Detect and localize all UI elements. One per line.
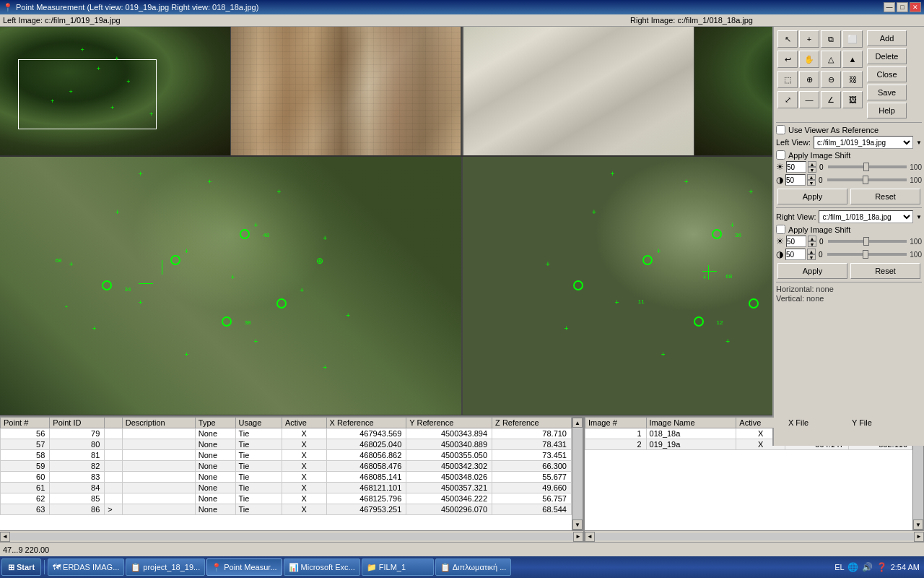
apply-right-button[interactable]: Apply <box>777 263 847 279</box>
table-row[interactable]: 60 83 None Tie X 468085.141 4500348.026 … <box>1 472 572 483</box>
brightness-left-slider[interactable] <box>828 165 907 168</box>
frame2-btn[interactable]: ⬚ <box>777 71 798 88</box>
scroll-up[interactable]: ▲ <box>572 418 583 428</box>
right-view-select[interactable]: c:/film_1/018_18a.jpg <box>819 210 913 223</box>
ruler-btn[interactable]: — <box>799 91 819 108</box>
table-row[interactable]: 61 84 None Tie X 468121.101 4500357.321 … <box>1 483 572 493</box>
erdas-icon: 🗺 <box>53 563 61 571</box>
cell-flag <box>105 439 122 450</box>
help-button[interactable]: Help <box>867 103 907 118</box>
contrast-right-slider[interactable] <box>827 253 907 256</box>
scroll-right[interactable]: ► <box>573 532 583 542</box>
sep-3 <box>776 282 922 282</box>
mr-5: + <box>731 221 735 229</box>
left-view-select[interactable]: c:/film_1/019_19a.jpg <box>814 136 913 149</box>
table-row[interactable]: 58 81 None Tie X 468056.862 4500355.050 … <box>1 450 572 461</box>
reset-right-button[interactable]: Reset <box>850 263 920 279</box>
add-button[interactable]: Add <box>867 30 907 46</box>
crosshair-btn[interactable]: + <box>799 30 819 48</box>
scroll-left[interactable]: ◄ <box>0 532 10 542</box>
maximize-button[interactable]: □ <box>897 2 908 12</box>
move-btn[interactable]: ⤢ <box>777 91 798 108</box>
table-row[interactable]: 57 80 None Tie X 468025.040 4500340.889 … <box>1 439 572 450</box>
taskbar-point-meas[interactable]: 📍 Point Measur... <box>206 558 282 576</box>
cell-desc <box>122 439 195 450</box>
save-button[interactable]: Save <box>867 85 907 100</box>
r-scroll-left[interactable]: ◄ <box>585 532 595 542</box>
brightness-right-slider[interactable] <box>828 240 907 243</box>
apply-left-button[interactable]: Apply <box>777 189 847 204</box>
apply-shift-right-row: Apply Image Shift <box>776 225 922 234</box>
frame-btn[interactable]: ⬜ <box>842 30 863 48</box>
undo-btn[interactable]: ↩ <box>777 51 798 68</box>
apply-shift-left-checkbox[interactable] <box>776 150 785 160</box>
close-button[interactable]: ✕ <box>910 2 921 12</box>
left-table-scrollbar-v[interactable]: ▲ ▼ <box>572 417 583 530</box>
contrast-r-down[interactable]: ▼ <box>807 254 816 260</box>
close-button-action[interactable]: Close <box>867 66 907 82</box>
cell-type: None <box>195 504 235 515</box>
zoom-in-btn[interactable]: ⊕ <box>799 71 819 88</box>
table-row[interactable]: 59 82 None Tie X 468058.476 4500342.302 … <box>1 461 572 472</box>
table-row[interactable]: 56 79 None Tie X 467943.569 4500343.894 … <box>1 428 572 439</box>
col-image-name: Image Name <box>646 418 736 428</box>
apply-shift-right-checkbox[interactable] <box>776 225 785 234</box>
brightness-left-input[interactable] <box>786 161 806 173</box>
left-table-scrollbar-h[interactable]: ◄ ► <box>0 530 583 542</box>
viewer-ref-checkbox[interactable] <box>776 125 785 134</box>
right-table-scrollbar-h[interactable]: ◄ ► <box>585 530 924 542</box>
contrast-icon-r: ◑ <box>776 249 783 259</box>
reset-left-button[interactable]: Reset <box>850 189 920 204</box>
cell-z-ref: 66.300 <box>492 461 572 472</box>
taskbar-project[interactable]: 📋 project_18_19... <box>126 558 205 576</box>
triangle-btn[interactable]: △ <box>821 51 841 68</box>
contrast-right-input[interactable] <box>785 249 806 260</box>
brightness-r-down[interactable]: ▼ <box>808 241 816 247</box>
triangle2-btn[interactable]: ▲ <box>842 51 863 68</box>
taskbar-erdas[interactable]: 🗺 ERDAS IMAG... <box>48 558 124 576</box>
angle-btn[interactable]: ∠ <box>821 91 841 108</box>
taskbar-diplom[interactable]: 📋 Διπλωματική ... <box>435 558 512 576</box>
viewer-ref-label: Use Viewer As Reference <box>788 126 879 134</box>
zoom-out-btn[interactable]: ⊖ <box>821 71 841 88</box>
col-active-r: Active <box>736 418 785 428</box>
brightness-icon: ☀ <box>776 162 784 172</box>
table-row[interactable]: 62 85 None Tie X 468125.796 4500346.222 … <box>1 493 572 504</box>
rlabel-36: 36 <box>735 232 741 238</box>
cell-x-ref: 468085.141 <box>326 472 406 483</box>
table-row[interactable]: 63 86 > None Tie X 467953.251 4500296.07… <box>1 504 572 515</box>
marker-5: + <box>69 88 73 95</box>
cell-x-ref: 468125.796 <box>326 493 406 504</box>
left-table-container[interactable]: Point # Point ID Description Type Usage … <box>0 417 572 530</box>
minimize-button[interactable]: — <box>884 2 895 12</box>
image-btn[interactable]: 🖼 <box>842 91 863 108</box>
cell-point-id: 79 <box>50 428 105 439</box>
contrast-r-up[interactable]: ▲ <box>807 249 816 254</box>
scroll-down[interactable]: ▼ <box>572 519 583 530</box>
brightness-right-input[interactable] <box>786 236 806 247</box>
copy-btn[interactable]: ⧉ <box>821 30 841 48</box>
r-scroll-down[interactable]: ▼ <box>913 519 923 530</box>
r-scroll-right[interactable]: ► <box>914 532 924 542</box>
windows-icon: ⊞ <box>8 563 14 572</box>
pan-btn[interactable]: ✋ <box>799 51 819 68</box>
brightness-down[interactable]: ▼ <box>808 167 816 173</box>
excel-icon: 📊 <box>289 563 299 572</box>
cell-active: X <box>282 428 326 439</box>
brightness-r-up[interactable]: ▲ <box>808 236 816 241</box>
brightness-up[interactable]: ▲ <box>808 161 816 167</box>
right-view-row: Right View: c:/film_1/018_18a.jpg ▼ <box>776 210 922 223</box>
ml-14: + <box>253 337 258 345</box>
taskbar-excel[interactable]: 📊 Microsoft Exc... <box>284 558 360 576</box>
delete-button[interactable]: Delete <box>867 48 907 64</box>
contrast-down[interactable]: ▼ <box>807 180 816 186</box>
start-button[interactable]: ⊞ Start <box>1 558 41 576</box>
marker-7: + <box>110 104 114 111</box>
brightness-right-max: 100 <box>910 238 922 246</box>
taskbar-film1[interactable]: 📁 FILM_1 <box>362 558 434 576</box>
link-btn[interactable]: ⛓ <box>842 71 863 88</box>
contrast-up[interactable]: ▲ <box>807 174 816 180</box>
contrast-left-input[interactable] <box>785 174 806 186</box>
contrast-left-slider[interactable] <box>827 178 907 181</box>
arrow-tool-btn[interactable]: ↖ <box>777 30 798 48</box>
